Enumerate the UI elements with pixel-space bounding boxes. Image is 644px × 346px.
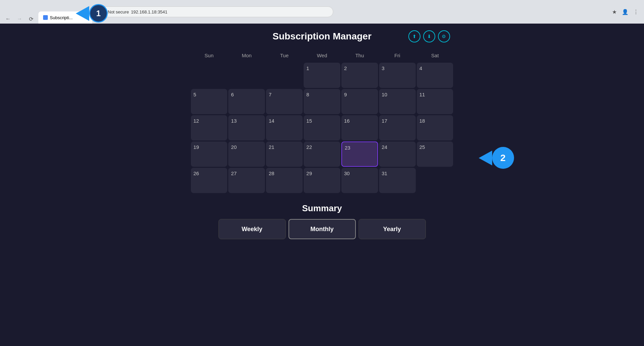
browser-actions: ★ 👤 ⋮ — [610, 7, 641, 17]
day-header-wed: Wed — [304, 49, 340, 62]
day-cell-23-today[interactable]: 23 — [341, 141, 378, 167]
annotation-1-circle: 1 — [89, 4, 108, 23]
day-cell-22[interactable]: 22 — [304, 141, 340, 167]
day-cell-28[interactable]: 28 — [266, 168, 303, 193]
day-header-tue: Tue — [266, 49, 303, 62]
arrow-2-icon — [479, 151, 492, 165]
summary-section: Summary Weekly Monthly Yearly — [191, 203, 453, 239]
upload-icon-button[interactable]: ⬆ — [408, 30, 420, 42]
url-text: 192.168.1.18:3541 — [131, 9, 167, 14]
arrow-1-icon — [76, 6, 89, 21]
app-header: Subscription Manager ⬆ ⬇ ⚙ — [188, 30, 457, 42]
day-cell-1[interactable]: 1 — [304, 63, 340, 88]
day-header-sun: Sun — [191, 49, 228, 62]
day-cell-26[interactable]: 26 — [191, 168, 228, 193]
browser-chrome: ← → ⟳ Subscripti... ✕ ⚠ Not secure 192.1… — [0, 0, 644, 24]
day-cell-15[interactable]: 15 — [304, 115, 340, 140]
day-cell-27[interactable]: 27 — [228, 168, 265, 193]
day-header-thu: Thu — [341, 49, 378, 62]
day-cell-13[interactable]: 13 — [228, 115, 265, 140]
tab-favicon — [43, 15, 48, 20]
day-cell-6[interactable]: 6 — [228, 89, 265, 114]
weekly-button[interactable]: Weekly — [218, 219, 286, 239]
day-cell-11[interactable]: 11 — [417, 89, 453, 114]
annotation-2: 2 — [479, 147, 514, 169]
annotation-1: 1 — [76, 4, 108, 23]
day-cell-19[interactable]: 19 — [191, 141, 228, 167]
back-button[interactable]: ← — [3, 14, 13, 24]
app-container: Subscription Manager ⬆ ⬇ ⚙ 2 Sun Mon Tue… — [0, 24, 644, 346]
day-cell-3[interactable]: 3 — [379, 63, 416, 88]
yearly-button[interactable]: Yearly — [359, 219, 426, 239]
settings-icon-button[interactable]: ⚙ — [438, 30, 450, 42]
day-cell-empty — [228, 63, 265, 88]
day-header-fri: Fri — [379, 49, 416, 62]
tab-title: Subscripti... — [50, 15, 73, 20]
reload-button[interactable]: ⟳ — [26, 14, 36, 24]
day-cell-empty — [266, 63, 303, 88]
day-cell-2[interactable]: 2 — [341, 63, 378, 88]
day-cell-16[interactable]: 16 — [341, 115, 378, 140]
day-cell-18[interactable]: 18 — [417, 115, 453, 140]
address-bar[interactable]: ⚠ Not secure 192.168.1.18:3541 — [98, 6, 333, 17]
day-cell-empty — [191, 63, 228, 88]
security-label: Not secure — [108, 9, 129, 14]
day-cell-24[interactable]: 24 — [379, 141, 416, 167]
day-cell-25[interactable]: 25 — [417, 141, 453, 167]
day-cell-31[interactable]: 31 — [379, 168, 416, 193]
profile-button[interactable]: 👤 — [620, 7, 630, 17]
menu-button[interactable]: ⋮ — [631, 7, 641, 17]
app-title: Subscription Manager — [272, 31, 371, 42]
day-cell-30[interactable]: 30 — [341, 168, 378, 193]
day-cell-10[interactable]: 10 — [379, 89, 416, 114]
day-cell-29[interactable]: 29 — [304, 168, 340, 193]
summary-title: Summary — [302, 203, 342, 214]
bookmark-button[interactable]: ★ — [610, 7, 619, 17]
day-cell-9[interactable]: 9 — [341, 89, 378, 114]
header-icons: ⬆ ⬇ ⚙ — [372, 30, 450, 42]
day-cell-4[interactable]: 4 — [417, 63, 453, 88]
download-icon-button[interactable]: ⬇ — [423, 30, 435, 42]
day-header-sat: Sat — [417, 49, 453, 62]
day-cell-21[interactable]: 21 — [266, 141, 303, 167]
day-cell-8[interactable]: 8 — [304, 89, 340, 114]
day-cell-17[interactable]: 17 — [379, 115, 416, 140]
monthly-button[interactable]: Monthly — [289, 219, 356, 239]
day-cell-12[interactable]: 12 — [191, 115, 228, 140]
calendar-grid: Sun Mon Tue Wed Thu Fri Sat 1 2 3 4 5 6 … — [191, 49, 453, 193]
forward-button[interactable]: → — [15, 14, 24, 24]
day-cell-20[interactable]: 20 — [228, 141, 265, 167]
day-cell-14[interactable]: 14 — [266, 115, 303, 140]
day-cell-5[interactable]: 5 — [191, 89, 228, 114]
annotation-2-circle: 2 — [492, 147, 514, 169]
day-cell-empty-end — [417, 168, 453, 193]
day-header-mon: Mon — [228, 49, 265, 62]
day-cell-7[interactable]: 7 — [266, 89, 303, 114]
summary-buttons: Weekly Monthly Yearly — [218, 219, 426, 239]
calendar-container: 2 Sun Mon Tue Wed Thu Fri Sat 1 2 3 4 5 … — [191, 49, 453, 193]
